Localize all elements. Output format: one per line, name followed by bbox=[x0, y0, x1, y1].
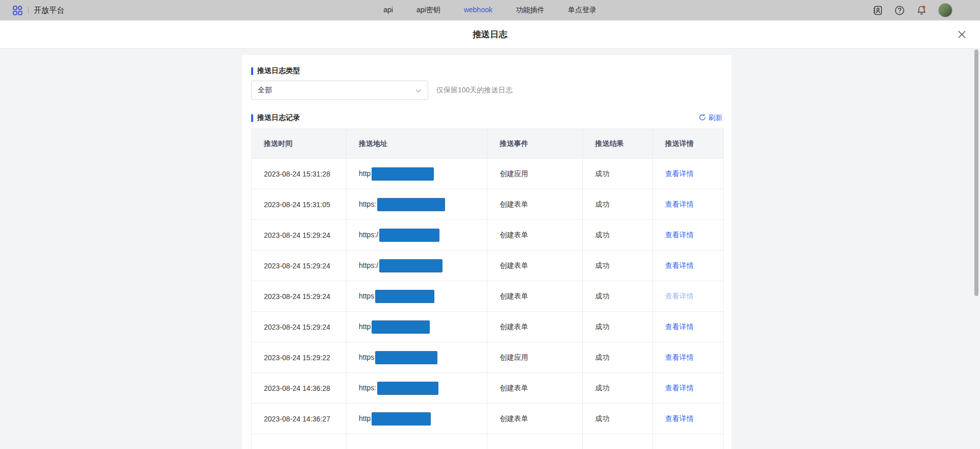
cell-url: https: bbox=[347, 373, 487, 404]
cell-event: 创建表单 bbox=[487, 251, 583, 281]
cell-time: 2023-08-24 15:31:05 bbox=[252, 189, 347, 220]
records-section-title: 推送日志记录 bbox=[251, 113, 300, 122]
app-grid-icon[interactable] bbox=[12, 5, 23, 16]
cell-time: 2023-08-24 15:29:24 bbox=[252, 312, 347, 342]
cell-url: https:/ bbox=[347, 220, 487, 251]
filter-section-title: 推送日志类型 bbox=[251, 66, 722, 76]
tab-sso[interactable]: 单点登录 bbox=[568, 6, 597, 15]
table-row: 2023-08-24 15:29:24 http 创建表单 成功 查看详情 bbox=[252, 312, 724, 342]
view-detail-link[interactable]: 查看详情 bbox=[665, 414, 694, 422]
cell-time: 2023-08-24 15:29:24 bbox=[252, 281, 347, 312]
status-badge: 成功 bbox=[583, 404, 653, 434]
help-icon[interactable] bbox=[894, 5, 905, 16]
cell-detail: 查看详情 bbox=[653, 342, 724, 373]
cell-detail bbox=[653, 434, 724, 449]
cell-event: 创建表单 bbox=[487, 220, 583, 251]
cell-time: 2023-08-24 14:36:28 bbox=[252, 373, 347, 404]
status-badge: 成功 bbox=[583, 281, 653, 312]
cell-url: https: bbox=[347, 189, 487, 220]
refresh-button[interactable]: 刷新 bbox=[699, 113, 722, 122]
view-detail-link[interactable]: 查看详情 bbox=[665, 200, 694, 208]
brand-title: 开放平台 bbox=[34, 6, 64, 15]
notification-bell-icon[interactable] bbox=[916, 5, 927, 16]
col-push-time: 推送时间 bbox=[252, 129, 347, 159]
user-avatar[interactable] bbox=[938, 3, 952, 17]
view-detail-link[interactable]: 查看详情 bbox=[665, 384, 694, 392]
view-detail-link[interactable]: 查看详情 bbox=[665, 322, 694, 331]
table-row-partial bbox=[252, 434, 724, 449]
cell-time bbox=[252, 434, 347, 449]
cell-time: 2023-08-24 15:29:24 bbox=[252, 251, 347, 281]
table-row: 2023-08-24 15:29:24 https 创建表单 成功 查看详情 bbox=[252, 281, 724, 312]
view-detail-link[interactable]: 查看详情 bbox=[665, 231, 694, 239]
cell-url bbox=[347, 434, 487, 449]
cell-detail: 查看详情 bbox=[653, 281, 724, 312]
table-row: 2023-08-24 15:31:28 http 创建应用 成功 查看详情 bbox=[252, 159, 724, 189]
redacted-url-block bbox=[375, 290, 434, 303]
topbar-actions bbox=[872, 3, 968, 17]
table-row: 2023-08-24 15:29:22 https 创建应用 成功 查看详情 bbox=[252, 342, 724, 373]
redacted-url-block bbox=[379, 229, 439, 242]
table-header-row: 推送时间 推送地址 推送事件 推送结果 推送详情 bbox=[252, 129, 724, 159]
records-header: 推送日志记录 刷新 bbox=[251, 113, 722, 122]
cell-event: 创建表单 bbox=[487, 373, 583, 404]
cell-detail: 查看详情 bbox=[653, 189, 724, 220]
notification-badge bbox=[922, 6, 925, 9]
cell-time: 2023-08-24 14:36:27 bbox=[252, 404, 347, 434]
cell-url: https:/ bbox=[347, 251, 487, 281]
chevron-down-icon bbox=[415, 86, 422, 94]
log-type-select[interactable]: 全部 bbox=[251, 81, 428, 100]
view-detail-link[interactable]: 查看详情 bbox=[665, 169, 694, 178]
records-section-label: 推送日志记录 bbox=[257, 113, 300, 122]
redacted-url-block bbox=[377, 198, 445, 211]
top-navbar: 开放平台 api api密钥 webhook 功能插件 单点登录 bbox=[0, 0, 980, 20]
brand-group: 开放平台 bbox=[12, 5, 64, 16]
cell-detail: 查看详情 bbox=[653, 404, 724, 434]
brand-divider bbox=[28, 7, 29, 14]
cell-detail: 查看详情 bbox=[653, 373, 724, 404]
tab-api-secret[interactable]: api密钥 bbox=[416, 6, 440, 15]
tab-webhook[interactable]: webhook bbox=[464, 6, 493, 15]
view-detail-link[interactable]: 查看详情 bbox=[665, 261, 694, 269]
status-badge: 成功 bbox=[583, 312, 653, 342]
redacted-url-block bbox=[372, 167, 434, 181]
status-badge: 成功 bbox=[583, 251, 653, 281]
modal-body: 推送日志类型 全部 仅保留100天的推送日志 推送日志记录 bbox=[0, 48, 980, 449]
view-detail-link[interactable]: 查看详情 bbox=[665, 353, 694, 361]
table-row: 2023-08-24 14:36:27 http 创建表单 成功 查看详情 bbox=[252, 404, 724, 434]
redacted-url-block bbox=[375, 351, 437, 364]
table-row: 2023-08-24 15:29:24 https:/ 创建表单 成功 查看详情 bbox=[252, 220, 724, 251]
retention-note: 仅保留100天的推送日志 bbox=[436, 86, 512, 95]
redacted-url-block bbox=[377, 382, 438, 395]
vertical-scrollbar-thumb[interactable] bbox=[974, 49, 978, 296]
cell-url: https bbox=[347, 342, 487, 373]
redacted-url-block bbox=[372, 412, 431, 426]
view-detail-link[interactable]: 查看详情 bbox=[665, 292, 694, 300]
status-badge: 成功 bbox=[583, 220, 653, 251]
cell-event: 创建应用 bbox=[487, 159, 583, 189]
cell-event: 创建表单 bbox=[487, 404, 583, 434]
table-row: 2023-08-24 15:29:24 https:/ 创建表单 成功 查看详情 bbox=[252, 251, 724, 281]
content-card: 推送日志类型 全部 仅保留100天的推送日志 推送日志记录 bbox=[242, 55, 731, 449]
modal-title: 推送日志 bbox=[473, 29, 507, 40]
cell-url: http bbox=[347, 159, 487, 189]
modal-header: 推送日志 bbox=[0, 20, 980, 48]
tab-plugins[interactable]: 功能插件 bbox=[516, 6, 545, 15]
table-row: 2023-08-24 15:31:05 https: 创建表单 成功 查看详情 bbox=[252, 189, 724, 220]
cell-time: 2023-08-24 15:29:24 bbox=[252, 220, 347, 251]
refresh-label: 刷新 bbox=[708, 113, 722, 122]
address-book-icon[interactable] bbox=[872, 5, 883, 16]
cell-detail: 查看详情 bbox=[653, 251, 724, 281]
accent-bar bbox=[251, 114, 253, 122]
close-icon[interactable] bbox=[957, 29, 967, 39]
cell-url: https bbox=[347, 281, 487, 312]
tab-api[interactable]: api bbox=[383, 6, 393, 15]
status-badge: 成功 bbox=[583, 342, 653, 373]
top-nav-tabs: api api密钥 webhook 功能插件 单点登录 bbox=[383, 6, 596, 15]
refresh-icon bbox=[699, 114, 706, 122]
cell-detail: 查看详情 bbox=[653, 220, 724, 251]
cell-time: 2023-08-24 15:31:28 bbox=[252, 159, 347, 189]
redacted-url-block bbox=[379, 259, 443, 272]
cell-detail: 查看详情 bbox=[653, 312, 724, 342]
table-row: 2023-08-24 14:36:28 https: 创建表单 成功 查看详情 bbox=[252, 373, 724, 404]
